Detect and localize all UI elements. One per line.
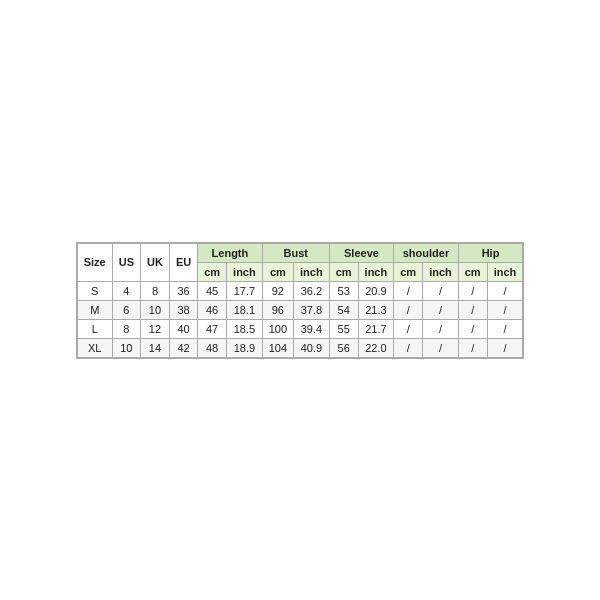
cell-uk: 10 [141,300,170,319]
sleeve-cm-header: cm [329,262,358,281]
table-row: S48364517.79236.25320.9//// [77,281,523,300]
group-sleeve: Sleeve [329,243,394,262]
shoulder-inch-header: inch [423,262,459,281]
cell-sleeve-cm: 56 [329,338,358,357]
shoulder-cm-header: cm [394,262,423,281]
cell-bust-cm: 96 [262,300,293,319]
cell-eu: 36 [169,281,197,300]
cell-shoulder-cm: / [394,338,423,357]
cell-hip-inch: / [487,300,523,319]
size-chart: Size US UK EU Length Bust Sleeve shoulde… [76,242,525,359]
cell-uk: 12 [141,319,170,338]
cell-bust-inch: 37.8 [294,300,330,319]
cell-hip-inch: / [487,281,523,300]
cell-shoulder-inch: / [423,319,459,338]
cell-hip-inch: / [487,338,523,357]
bust-cm-header: cm [262,262,293,281]
cell-length-cm: 48 [198,338,227,357]
cell-us: 10 [112,338,140,357]
cell-hip-cm: / [458,300,487,319]
cell-hip-cm: / [458,281,487,300]
hip-cm-header: cm [458,262,487,281]
cell-eu: 38 [169,300,197,319]
cell-length-inch: 18.9 [227,338,263,357]
cell-sleeve-cm: 54 [329,300,358,319]
cell-shoulder-inch: / [423,281,459,300]
cell-length-cm: 45 [198,281,227,300]
cell-us: 6 [112,300,140,319]
cell-length-cm: 46 [198,300,227,319]
cell-sleeve-inch: 22.0 [358,338,394,357]
cell-us: 8 [112,319,140,338]
group-hip: Hip [458,243,523,262]
cell-uk: 8 [141,281,170,300]
cell-bust-cm: 104 [262,338,293,357]
cell-hip-inch: / [487,319,523,338]
cell-bust-inch: 39.4 [294,319,330,338]
cell-shoulder-cm: / [394,319,423,338]
col-us: US [112,243,140,281]
cell-sleeve-inch: 21.7 [358,319,394,338]
hip-inch-header: inch [487,262,523,281]
cell-length-cm: 47 [198,319,227,338]
cell-hip-cm: / [458,338,487,357]
cell-us: 4 [112,281,140,300]
cell-sleeve-cm: 55 [329,319,358,338]
table-row: M610384618.19637.85421.3//// [77,300,523,319]
cell-shoulder-inch: / [423,338,459,357]
cell-length-inch: 18.1 [227,300,263,319]
bust-inch-header: inch [294,262,330,281]
cell-bust-cm: 100 [262,319,293,338]
sleeve-inch-header: inch [358,262,394,281]
col-eu: EU [169,243,197,281]
cell-eu: 40 [169,319,197,338]
cell-size: XL [77,338,112,357]
length-inch-header: inch [227,262,263,281]
group-bust: Bust [262,243,329,262]
cell-size: L [77,319,112,338]
cell-size: M [77,300,112,319]
group-shoulder: shoulder [394,243,459,262]
cell-shoulder-inch: / [423,300,459,319]
cell-bust-inch: 36.2 [294,281,330,300]
cell-shoulder-cm: / [394,281,423,300]
group-length: Length [198,243,263,262]
cell-sleeve-inch: 20.9 [358,281,394,300]
cell-length-inch: 17.7 [227,281,263,300]
cell-eu: 42 [169,338,197,357]
cell-sleeve-inch: 21.3 [358,300,394,319]
cell-hip-cm: / [458,319,487,338]
cell-sleeve-cm: 53 [329,281,358,300]
length-cm-header: cm [198,262,227,281]
table-row: L812404718.510039.45521.7//// [77,319,523,338]
cell-bust-cm: 92 [262,281,293,300]
cell-shoulder-cm: / [394,300,423,319]
cell-uk: 14 [141,338,170,357]
table-row: XL1014424818.910440.95622.0//// [77,338,523,357]
cell-size: S [77,281,112,300]
col-size: Size [77,243,112,281]
col-uk: UK [141,243,170,281]
cell-bust-inch: 40.9 [294,338,330,357]
cell-length-inch: 18.5 [227,319,263,338]
